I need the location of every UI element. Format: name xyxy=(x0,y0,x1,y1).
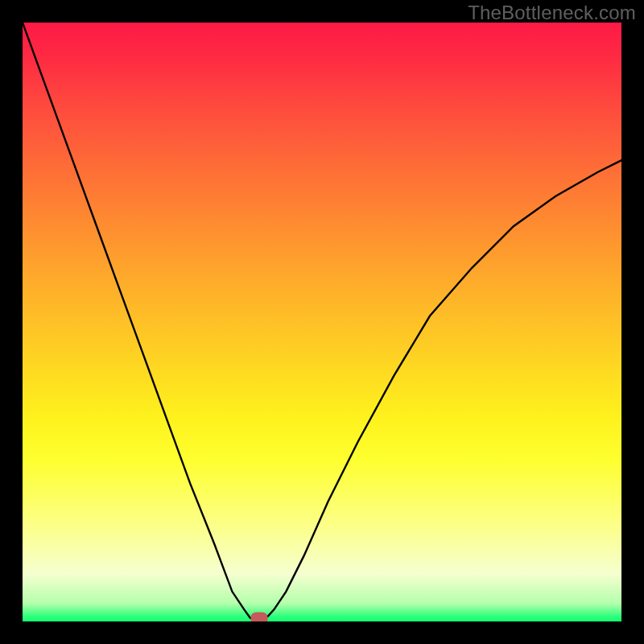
bottleneck-curve xyxy=(23,23,621,621)
plot-area xyxy=(23,23,621,621)
watermark-text: TheBottleneck.com xyxy=(468,2,636,24)
optimal-point-marker xyxy=(250,612,267,621)
curve-path xyxy=(23,23,621,621)
chart-frame: TheBottleneck.com xyxy=(0,0,644,644)
